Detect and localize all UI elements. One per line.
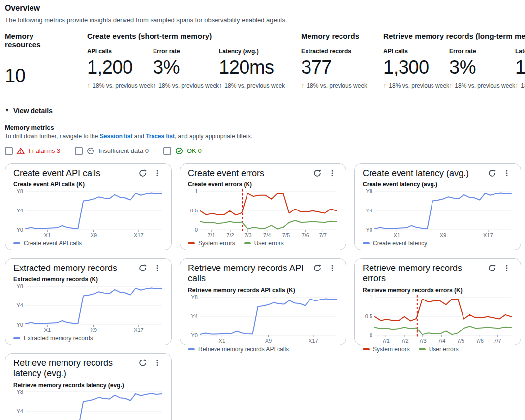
metric-error-rate: Error rate3%↑ 18% vs. previous week <box>449 48 515 89</box>
series-user-errors <box>375 326 511 334</box>
metric-label: Latency (avg.) <box>515 48 525 56</box>
metric-delta: ↑ 18% vs. previous week <box>219 82 285 89</box>
metric-latency-avg: Latency (avg.)120ms↑ 18% vs. previous we… <box>219 48 285 89</box>
triangle-down-icon: ▼ <box>5 108 9 113</box>
memory-metrics-header: Memory metrics To drill down further, na… <box>5 124 520 140</box>
legend-item-extracted-memory-records: Extracted memory records <box>13 335 93 342</box>
view-details-toggle[interactable]: ▼ View details <box>5 107 53 115</box>
svg-text:Y4: Y4 <box>17 302 23 308</box>
chart-plot-area[interactable]: Y8Y4Y0X1X9X17 <box>363 188 513 240</box>
trend-up-icon: ↑ <box>449 82 452 89</box>
session-list-link[interactable]: Session list <box>100 133 133 140</box>
chart-menu-button[interactable] <box>326 168 338 178</box>
chart-legend: Retrieve memory records API calls <box>188 346 338 353</box>
refresh-button[interactable] <box>137 263 149 273</box>
refresh-button[interactable] <box>311 263 323 273</box>
svg-text:X9: X9 <box>91 327 97 333</box>
filter-insufficient-data[interactable]: Insufficient data 0 <box>75 147 149 155</box>
svg-text:7/6: 7/6 <box>476 338 484 344</box>
chart-legend: System errorsUser errors <box>363 346 513 353</box>
svg-text:7/7: 7/7 <box>494 338 501 344</box>
svg-text:7/6: 7/6 <box>302 232 309 238</box>
chart-sublabel: Retrieve memory records latency (evg.) <box>13 382 163 389</box>
chart-actions <box>137 168 163 178</box>
legend-label: Retrieve memory records API calls <box>198 346 289 353</box>
chart-plot-area[interactable]: Y8Y4Y0X1X9X17 <box>13 389 163 420</box>
chart-plot-area[interactable]: Y8Y4Y0X1X9X17 <box>13 188 163 240</box>
chart-menu-button[interactable] <box>501 168 513 178</box>
refresh-button[interactable] <box>137 168 149 178</box>
stat-group-retrieve-memory-records-long-term-memory: Retrieve memory records (long-term memor… <box>375 31 525 90</box>
refresh-icon <box>313 169 321 177</box>
series-create-event-api-calls <box>26 193 162 229</box>
chart-card-create-event-latency-avg: Create event latency (avg.)Create event … <box>354 163 521 250</box>
legend-item-system-errors: System errors <box>188 240 235 247</box>
refresh-button[interactable] <box>311 168 323 178</box>
chart-plot-area[interactable]: 10.507/17/27/37/47/57/67/7 <box>188 188 338 240</box>
filter-ok[interactable]: OK 0 <box>163 147 202 155</box>
memory-metrics-title: Memory metrics <box>5 124 520 131</box>
svg-text:X17: X17 <box>134 232 144 238</box>
svg-text:Y0: Y0 <box>17 322 23 328</box>
chart-plot-area[interactable]: Y8Y4Y0X1X9X17 <box>13 283 163 334</box>
stat-group-title: Memory resources <box>5 32 71 49</box>
refresh-button[interactable] <box>137 358 149 368</box>
chart-card-header: Extracted memory records <box>13 263 163 274</box>
metric-value: 1,200 <box>87 58 153 78</box>
metric-value: 10 <box>5 66 71 86</box>
legend-item-user-errors: User errors <box>419 346 459 353</box>
chart-card-retrieve-memory-records-latency-evg: Retrieve memory records latency (evg.)Re… <box>5 353 172 420</box>
filter-in-alarms[interactable]: In alarms 3 <box>5 147 60 155</box>
legend-label: User errors <box>429 346 459 353</box>
svg-text:X1: X1 <box>219 338 225 344</box>
chart-card-header: Create event errors <box>188 168 338 179</box>
kebab-menu-icon <box>154 359 161 367</box>
svg-text:7/3: 7/3 <box>419 338 426 344</box>
svg-text:X9: X9 <box>265 338 272 344</box>
chart-title: Create event latency (avg.) <box>363 168 469 179</box>
metric-extracted-records: Extracted records377↑ 18% vs. previous w… <box>301 48 367 89</box>
checkbox-ok[interactable] <box>163 147 171 155</box>
stat-group-create-events-short-term-memory: Create events (short-term memory)API cal… <box>79 31 293 90</box>
chart-menu-button[interactable] <box>326 263 338 273</box>
chart-card-header: Retrieve memory records API calls <box>188 263 338 284</box>
chart-actions <box>311 168 338 178</box>
chart-menu-button[interactable] <box>152 358 163 368</box>
refresh-icon <box>313 264 321 272</box>
chart-actions <box>311 263 338 273</box>
chart-menu-button[interactable] <box>152 263 163 273</box>
series-system-errors <box>375 299 511 321</box>
svg-text:0: 0 <box>370 332 372 338</box>
warning-triangle-icon <box>17 147 25 155</box>
chart-menu-button[interactable] <box>501 263 513 273</box>
alarm-filters: In alarms 3Insufficient data 0OK 0 <box>5 147 520 155</box>
legend-swatch <box>363 348 370 350</box>
traces-list-link[interactable]: Traces list <box>146 133 175 140</box>
svg-text:0: 0 <box>195 227 198 233</box>
insufficient-data-icon <box>87 147 94 155</box>
chart-card-retrieve-memory-records-api-calls: Retrieve memory records API callsRetriev… <box>180 258 346 345</box>
chart-sublabel: Create event API calls (K) <box>13 181 163 188</box>
chart-card-header: Retrieve memory records errors <box>363 263 513 284</box>
chart-card-retrieve-memory-records-errors: Retrieve memory records errorsRetrieve m… <box>354 258 521 345</box>
chart-title: Create event API calls <box>13 168 100 179</box>
legend-item-create-event-latency: Create event latency <box>363 240 427 247</box>
chart-plot-area[interactable]: 10.507/17/27/37/47/57/67/7 <box>363 294 513 345</box>
chart-card-header: Retrieve memory records latency (evg.) <box>13 358 163 379</box>
legend-item-system-errors: System errors <box>363 346 410 353</box>
checkbox-insufficient-data[interactable] <box>75 147 83 155</box>
description-mid: and <box>132 133 146 140</box>
refresh-button[interactable] <box>486 168 498 178</box>
kebab-menu-icon <box>328 169 336 177</box>
chart-card-create-event-errors: Create event errorsCreate event errors (… <box>180 163 346 250</box>
chart-menu-button[interactable] <box>152 168 163 178</box>
chart-plot-area[interactable]: Y8Y4Y0X1X9X17 <box>188 294 338 345</box>
metric-label: API calls <box>87 48 153 56</box>
svg-text:7/5: 7/5 <box>457 338 464 344</box>
metric-delta: ↑ 18% vs. previous week <box>449 82 515 89</box>
checkbox-in-alarms[interactable] <box>5 147 13 155</box>
metric-label: Latency (avg.) <box>219 48 285 56</box>
chart-title: Create event errors <box>188 168 264 179</box>
refresh-icon <box>488 169 496 177</box>
refresh-button[interactable] <box>486 263 498 273</box>
